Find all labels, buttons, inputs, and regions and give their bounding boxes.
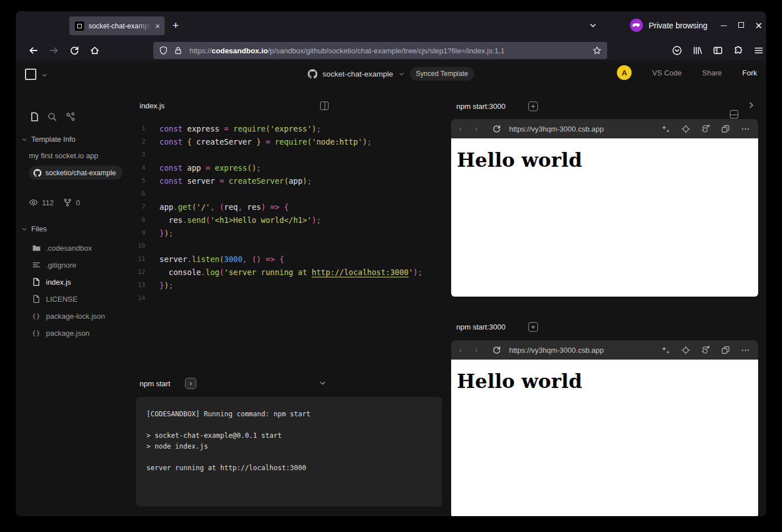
add-devtool-icon[interactable]: + xyxy=(528,322,538,332)
terminal-tab-label: npm start xyxy=(140,379,170,388)
folder-icon xyxy=(32,243,41,252)
inspect-icon[interactable] xyxy=(701,345,710,355)
terminal-panel[interactable]: [CODESANDBOX] Running command: npm start… xyxy=(136,397,442,506)
synced-template-badge: Synced Template xyxy=(410,67,474,81)
sidebar-toggle-icon[interactable] xyxy=(713,45,723,56)
crosshair-icon[interactable] xyxy=(681,345,691,355)
preview-refresh-icon[interactable] xyxy=(492,124,501,133)
list-tabs-chevron-icon[interactable] xyxy=(589,22,597,29)
titlebar: socket-chat-example - Co × + Private bro… xyxy=(16,11,766,40)
lock-icon[interactable] xyxy=(174,46,183,55)
add-devtool-icon[interactable]: + xyxy=(528,102,538,111)
preview1-body: Hello world xyxy=(451,138,758,297)
terminal-tab[interactable]: npm start › xyxy=(140,378,196,389)
preview1-tab[interactable]: npm start:3000 xyxy=(456,102,506,111)
tab-close-icon[interactable]: × xyxy=(155,22,160,30)
chevron-down-icon xyxy=(22,226,27,232)
pocket-icon[interactable] xyxy=(672,45,682,56)
url-bar[interactable]: https://codesandbox.io/p/sandbox/github/… xyxy=(153,42,607,59)
duplicate-window-icon[interactable] xyxy=(721,345,730,355)
preview-forward-icon[interactable]: › xyxy=(475,345,484,354)
file-item-gitignore[interactable]: .gitignore xyxy=(16,256,136,273)
file-item-package[interactable]: {}package.json xyxy=(16,324,136,341)
braces-icon: {} xyxy=(32,311,41,320)
sparkles-icon[interactable] xyxy=(661,124,671,134)
preview-back-icon[interactable]: ‹ xyxy=(459,124,468,133)
more-options-icon[interactable] xyxy=(741,345,750,355)
views-stat: 112 xyxy=(29,198,54,207)
preview2-body: Hello world xyxy=(451,360,758,516)
duplicate-window-icon[interactable] xyxy=(721,124,730,134)
url-text: https://codesandbox.io/p/sandbox/github/… xyxy=(190,47,588,55)
file-icon xyxy=(32,277,41,286)
terminal-output: [CODESANDBOX] Running command: npm start… xyxy=(136,397,442,485)
navbar: https://codesandbox.io/p/sandbox/github/… xyxy=(16,40,766,61)
template-info-label: Template Info xyxy=(31,135,75,143)
file-item-package-lock[interactable]: {}package-lock.json xyxy=(16,307,136,324)
back-button[interactable] xyxy=(28,45,39,56)
home-button[interactable] xyxy=(90,45,100,56)
preview2-url[interactable]: https://vy3hqm-3000.csb.app xyxy=(509,346,661,354)
window-minimize-button[interactable] xyxy=(718,20,729,29)
file-item-license[interactable]: LICENSE xyxy=(16,290,136,307)
layout-rows-icon[interactable] xyxy=(730,110,738,119)
sparkles-icon[interactable] xyxy=(661,345,671,355)
template-info-section[interactable]: Template Info xyxy=(22,135,75,143)
preview-back-icon[interactable]: ‹ xyxy=(459,345,468,354)
terminal-collapse-chevron-icon[interactable] xyxy=(319,379,326,387)
project-chevron-icon xyxy=(398,71,405,77)
preview-forward-icon[interactable]: › xyxy=(475,124,484,133)
bookmark-star-icon[interactable] xyxy=(592,46,602,55)
project-name: socket-chat-example xyxy=(322,70,393,78)
fork-button[interactable]: Fork xyxy=(742,69,757,77)
forward-button[interactable] xyxy=(49,45,59,56)
files-section[interactable]: Files xyxy=(22,225,47,233)
private-browsing-label: Private browsing xyxy=(649,21,708,30)
devtools-icon[interactable] xyxy=(65,112,75,122)
file-item-indexjs[interactable]: index.js xyxy=(16,273,136,290)
inspect-icon[interactable] xyxy=(701,124,710,134)
repo-link[interactable]: socketio/chat-example xyxy=(29,166,123,180)
preview2-heading: Hello world xyxy=(457,370,758,392)
panel-chevron-right-icon[interactable] xyxy=(747,101,755,109)
codesandbox-logo[interactable] xyxy=(25,69,36,80)
template-title: my first socket.io app xyxy=(29,151,98,160)
explorer-icon[interactable] xyxy=(30,112,40,122)
preview-refresh-icon[interactable] xyxy=(492,345,501,354)
reload-button[interactable] xyxy=(69,45,79,56)
more-options-icon[interactable] xyxy=(741,124,750,134)
library-icon[interactable] xyxy=(692,45,703,56)
browser-window: socket-chat-example - Co × + Private bro… xyxy=(16,11,766,516)
preview1-toolbar: ‹ › https://vy3hqm-3000.csb.app xyxy=(451,119,758,138)
code-lines[interactable]: 1const express = require('express');2con… xyxy=(136,122,449,305)
shield-icon[interactable] xyxy=(159,46,168,55)
browser-tab[interactable]: socket-chat-example - Co × xyxy=(69,16,165,35)
chevron-down-icon xyxy=(22,137,27,142)
file-item-codesandbox[interactable]: .codesandbox xyxy=(16,239,136,256)
preview2-tab[interactable]: npm start:3000 xyxy=(456,323,506,331)
github-icon xyxy=(308,69,317,79)
search-icon[interactable] xyxy=(47,112,57,122)
new-tab-button[interactable]: + xyxy=(173,20,179,31)
editor-tab-indexjs[interactable]: index.js xyxy=(140,102,165,110)
forks-count: 0 xyxy=(76,199,80,207)
file-icon xyxy=(32,294,41,303)
private-mask-icon xyxy=(630,19,643,32)
crosshair-icon[interactable] xyxy=(681,124,691,134)
forks-stat: 0 xyxy=(63,198,80,207)
codesandbox-favicon-icon xyxy=(75,22,84,31)
project-menu[interactable]: socket-chat-example Synced Template xyxy=(308,67,474,81)
preview1-heading: Hello world xyxy=(457,149,758,171)
avatar[interactable]: A xyxy=(617,65,632,80)
window-maximize-button[interactable] xyxy=(736,20,746,29)
vscode-button[interactable]: VS Code xyxy=(652,69,682,77)
github-icon xyxy=(33,169,41,177)
terminal-icon: › xyxy=(185,378,196,389)
menu-icon[interactable] xyxy=(754,45,764,56)
share-button[interactable]: Share xyxy=(702,69,722,77)
split-editor-icon[interactable] xyxy=(320,102,329,110)
extensions-icon[interactable] xyxy=(733,45,743,56)
workspace-chevron-icon[interactable] xyxy=(41,72,48,78)
preview1-url[interactable]: https://vy3hqm-3000.csb.app xyxy=(509,125,661,133)
window-close-button[interactable]: ✕ xyxy=(754,20,764,31)
